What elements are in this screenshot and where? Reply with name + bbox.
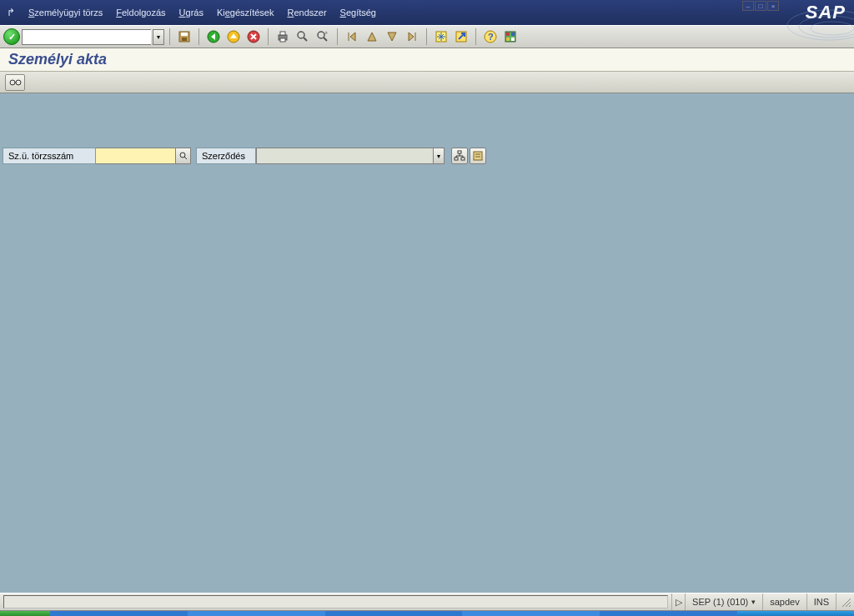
next-page-button[interactable] bbox=[383, 28, 401, 46]
find-button[interactable] bbox=[294, 28, 312, 46]
status-expand-button[interactable]: ▷ bbox=[671, 593, 685, 610]
svg-rect-28 bbox=[506, 38, 510, 41]
minimize-button[interactable]: – bbox=[742, 1, 754, 11]
back-button[interactable] bbox=[204, 28, 223, 46]
svg-point-12 bbox=[298, 32, 304, 38]
standard-toolbar: ✓ ▾ + ? bbox=[0, 25, 854, 48]
command-field[interactable] bbox=[22, 29, 151, 45]
windows-taskbar bbox=[0, 611, 854, 616]
sap-logo: SAP bbox=[806, 0, 846, 25]
svg-point-8 bbox=[248, 31, 259, 43]
svg-rect-36 bbox=[455, 158, 458, 160]
status-bar: ▷ SEP (1) (010)▾ sapdev INS bbox=[0, 593, 854, 611]
separator bbox=[198, 28, 199, 45]
svg-line-19 bbox=[439, 34, 444, 39]
menu-personnel-master[interactable]: SSzemélyügyi törzszemélyügyi törzs bbox=[22, 6, 109, 19]
save-button[interactable] bbox=[175, 28, 193, 46]
cancel-button[interactable] bbox=[244, 28, 263, 46]
menu-help[interactable]: Segítség bbox=[334, 6, 383, 19]
create-shortcut-button[interactable] bbox=[452, 28, 470, 46]
personnel-file-button[interactable] bbox=[470, 148, 486, 164]
svg-rect-3 bbox=[179, 32, 189, 42]
content-area: Sz.ü. törzsszám Szerződés ▾ bbox=[0, 93, 854, 593]
help-button[interactable]: ? bbox=[481, 28, 500, 46]
window-controls: – □ × bbox=[742, 1, 779, 11]
svg-rect-17 bbox=[436, 32, 446, 42]
system-tray-sliver bbox=[737, 611, 854, 616]
menu-bar: ↱ SSzemélyügyi törzszemélyügyi törzs Fel… bbox=[0, 0, 854, 25]
print-button[interactable] bbox=[274, 28, 292, 46]
svg-rect-26 bbox=[506, 33, 510, 36]
exit-button[interactable] bbox=[224, 28, 243, 46]
svg-text:+: + bbox=[324, 30, 328, 36]
application-toolbar bbox=[0, 72, 854, 93]
session-indicator-icon: ↱ bbox=[5, 7, 17, 18]
svg-rect-35 bbox=[458, 151, 461, 153]
close-button[interactable]: × bbox=[767, 1, 779, 11]
status-system[interactable]: SEP (1) (010)▾ bbox=[685, 593, 762, 610]
separator bbox=[169, 28, 170, 45]
contract-input[interactable] bbox=[256, 148, 433, 164]
svg-rect-37 bbox=[461, 158, 465, 160]
svg-rect-5 bbox=[182, 38, 187, 41]
svg-point-6 bbox=[208, 31, 219, 43]
svg-rect-10 bbox=[280, 32, 285, 35]
separator bbox=[426, 28, 427, 45]
svg-rect-9 bbox=[279, 35, 287, 40]
contract-label: Szerződés bbox=[196, 148, 256, 164]
personnel-number-label: Sz.ü. törzsszám bbox=[3, 148, 96, 164]
contract-dropdown[interactable]: ▾ bbox=[433, 148, 445, 164]
actions-icon bbox=[472, 150, 484, 162]
svg-rect-11 bbox=[280, 38, 285, 42]
svg-line-18 bbox=[439, 34, 444, 39]
last-page-button[interactable] bbox=[403, 28, 421, 46]
org-assignment-button[interactable] bbox=[451, 148, 468, 164]
separator bbox=[475, 28, 476, 45]
glasses-icon bbox=[8, 77, 22, 88]
personnel-number-search-help[interactable] bbox=[176, 148, 191, 164]
svg-point-23 bbox=[485, 31, 496, 43]
svg-rect-25 bbox=[505, 32, 515, 42]
svg-line-15 bbox=[324, 38, 327, 41]
status-message-area bbox=[3, 595, 668, 608]
new-session-button[interactable] bbox=[432, 28, 450, 46]
svg-text:?: ? bbox=[488, 32, 494, 42]
display-overview-button[interactable] bbox=[5, 74, 25, 91]
title-bar: Személyi akta bbox=[0, 48, 854, 72]
svg-rect-27 bbox=[511, 33, 515, 36]
menu-processing[interactable]: Feldolgozás bbox=[109, 6, 172, 19]
prev-page-button[interactable] bbox=[363, 28, 381, 46]
svg-rect-4 bbox=[181, 33, 188, 36]
separator bbox=[337, 28, 338, 45]
personnel-number-input[interactable] bbox=[96, 148, 176, 164]
svg-point-30 bbox=[10, 80, 15, 85]
org-structure-icon bbox=[454, 150, 465, 162]
svg-line-13 bbox=[304, 38, 307, 41]
svg-line-47 bbox=[849, 605, 851, 607]
enter-button[interactable]: ✓ bbox=[3, 28, 20, 45]
svg-point-14 bbox=[318, 32, 324, 38]
status-insert-mode: INS bbox=[806, 593, 836, 610]
menu-extras[interactable]: Kiegészítések bbox=[210, 6, 281, 19]
command-history-dropdown[interactable]: ▾ bbox=[153, 29, 164, 45]
start-button-sliver[interactable] bbox=[0, 611, 50, 616]
svg-point-31 bbox=[16, 80, 21, 85]
svg-rect-29 bbox=[511, 38, 515, 41]
selection-row: Sz.ü. törzsszám Szerződés ▾ bbox=[3, 147, 486, 165]
page-title: Személyi akta bbox=[8, 51, 107, 68]
status-server: sapdev bbox=[762, 593, 806, 610]
svg-rect-42 bbox=[474, 152, 482, 160]
find-next-button[interactable]: + bbox=[314, 28, 332, 46]
status-system-text: SEP (1) (010) bbox=[692, 597, 748, 607]
svg-rect-22 bbox=[456, 32, 466, 42]
menu-goto[interactable]: Ugrás bbox=[173, 6, 210, 19]
maximize-button[interactable]: □ bbox=[755, 1, 766, 11]
customize-layout-button[interactable] bbox=[501, 28, 520, 46]
resize-grip[interactable] bbox=[836, 593, 854, 610]
svg-line-34 bbox=[184, 157, 187, 159]
first-page-button[interactable] bbox=[343, 28, 361, 46]
separator bbox=[268, 28, 269, 45]
search-help-icon bbox=[179, 152, 188, 160]
dropdown-icon: ▾ bbox=[751, 598, 756, 606]
menu-system[interactable]: Rendszer bbox=[280, 6, 333, 19]
